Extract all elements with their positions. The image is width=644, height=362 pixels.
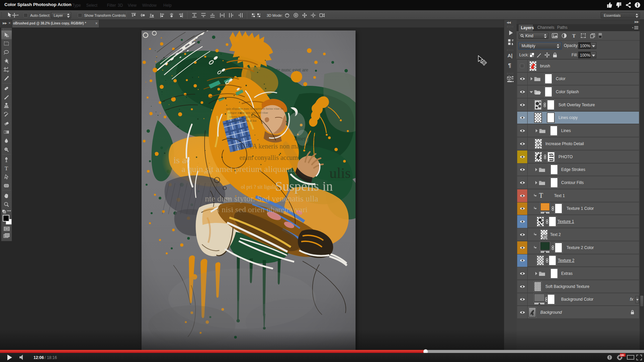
svg-text:T: T xyxy=(539,192,543,199)
svg-text:T: T xyxy=(5,165,8,171)
svg-text:T: T xyxy=(572,33,576,39)
